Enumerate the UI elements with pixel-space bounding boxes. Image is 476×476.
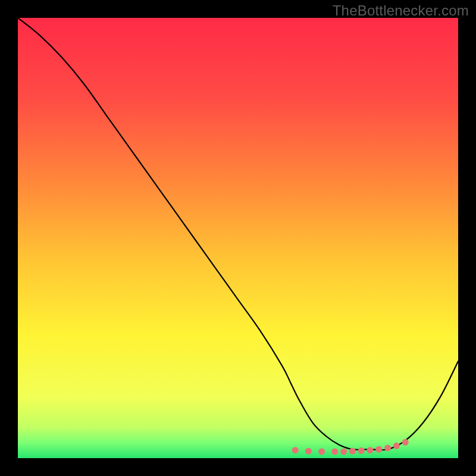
- optimal-marker-dot: [340, 448, 347, 455]
- optimal-marker-dot: [375, 446, 382, 453]
- bottleneck-chart: [18, 18, 458, 458]
- optimal-marker-dot: [292, 447, 299, 453]
- chart-frame: TheBottlenecker.com: [0, 0, 476, 476]
- attribution-watermark: TheBottlenecker.com: [333, 2, 469, 19]
- optimal-marker-dot: [402, 439, 409, 446]
- optimal-marker-dot: [305, 448, 312, 455]
- optimal-marker-dot: [367, 447, 374, 453]
- optimal-marker-dot: [393, 443, 400, 449]
- optimal-marker-dot: [318, 448, 325, 455]
- optimal-marker-dot: [358, 447, 365, 454]
- plot-area: [18, 18, 458, 458]
- optimal-marker-dot: [331, 448, 338, 455]
- optimal-marker-dot: [384, 444, 391, 451]
- optimal-marker-dot: [349, 448, 356, 455]
